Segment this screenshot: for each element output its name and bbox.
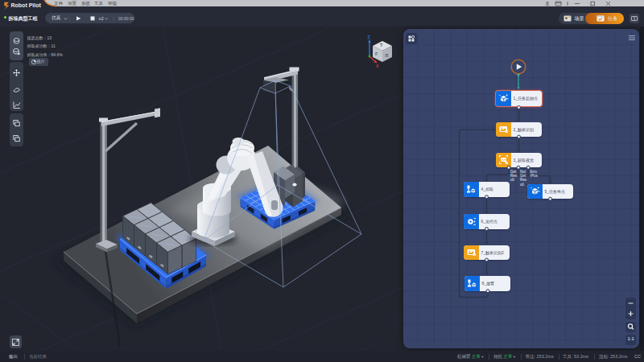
svg-text:X: X	[376, 64, 379, 68]
svg-text:R: R	[386, 53, 389, 58]
svg-text:Z: Z	[368, 35, 370, 39]
svg-text:1:1: 1:1	[628, 336, 635, 341]
svg-text:x2: x2	[99, 16, 104, 21]
svg-text:00:00:00: 00:00:00	[118, 16, 134, 21]
